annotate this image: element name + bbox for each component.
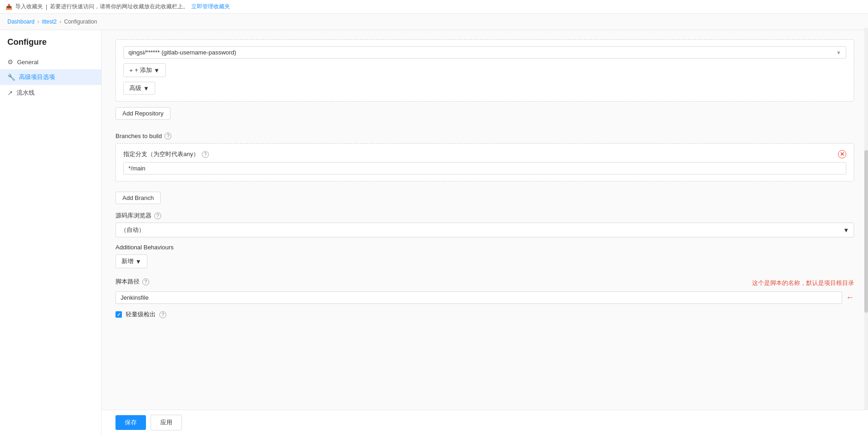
script-annotation: 这个是脚本的名称，默认是项目根目录 [752, 279, 854, 287]
manage-bookmarks-link[interactable]: 立即管理收藏夹 [191, 3, 230, 11]
sidebar-item-general-label: General [17, 59, 38, 66]
sidebar-title: Configure [0, 37, 101, 54]
script-path-label: 脚本路径 ? [115, 278, 149, 286]
additional-behaviours-label: Additional Behaviours [115, 244, 854, 251]
apply-button[interactable]: 应用 [151, 415, 182, 430]
credential-value: qingsi/****** (gitlab-username-password) [128, 49, 236, 56]
branch-specifier-question-icon[interactable]: ? [202, 151, 209, 158]
script-section: 脚本路径 ? 这个是脚本的名称，默认是项目根目录 ← [115, 278, 854, 304]
source-browser-text: 源码库浏览器 [115, 211, 152, 220]
advanced-label: 高级 [129, 84, 141, 92]
breadcrumb: Dashboard › ittest2 › Configuration [0, 14, 868, 30]
branch-label-row: 指定分支（为空时代表any） ? ✕ [123, 150, 846, 158]
source-browser-value: （自动） [121, 226, 145, 234]
lightweight-checkout-checkbox[interactable] [115, 311, 122, 318]
branch-specifier-text: 指定分支（为空时代表any） [123, 150, 199, 158]
scrollbar-track[interactable] [864, 28, 868, 435]
save-button[interactable]: 保存 [115, 415, 146, 430]
add-credential-label: + 添加 [135, 66, 152, 74]
branches-to-build-text: Branches to build [115, 133, 162, 139]
credential-select[interactable]: qingsi/****** (gitlab-username-password)… [123, 46, 846, 59]
breadcrumb-dashboard[interactable]: Dashboard [7, 18, 35, 25]
sidebar-item-general[interactable]: ⚙ General [0, 54, 101, 69]
annotation-text: 这个是脚本的名称，默认是项目根目录 [752, 279, 854, 287]
source-browser-select[interactable]: （自动） ▼ [115, 223, 854, 237]
chevron-down-icon: ▼ [836, 50, 841, 55]
xinjian-chevron-icon: ▼ [135, 258, 141, 265]
add-branch-button[interactable]: Add Branch [115, 192, 161, 204]
xinjian-label: 新增 [121, 257, 134, 266]
lightweight-checkout-label: 轻量级检出 [126, 310, 156, 319]
credential-row: qingsi/****** (gitlab-username-password)… [123, 46, 846, 59]
add-branch-label: Add Branch [122, 194, 154, 201]
breadcrumb-configuration: Configuration [64, 18, 97, 25]
advanced-row: 高级 ▼ [123, 82, 846, 95]
branches-block: 指定分支（为空时代表any） ? ✕ [115, 143, 854, 181]
arrow-annotation-icon: ← [846, 293, 854, 302]
lightweight-checkout-row: 轻量级检出 ? [115, 310, 854, 319]
script-path-input[interactable] [115, 291, 842, 304]
add-credential-row: + + 添加 ▼ [123, 63, 846, 77]
script-input-row: ← [115, 291, 854, 304]
xinjian-button[interactable]: 新增 ▼ [115, 254, 147, 268]
import-icon: 📥 [6, 4, 12, 10]
breadcrumb-ittest2[interactable]: ittest2 [42, 18, 57, 25]
top-bar-message: 若要进行快速访问，请将你的网址收藏放在此收藏栏上。 [50, 3, 188, 11]
main-content: qingsi/****** (gitlab-username-password)… [102, 30, 868, 435]
breadcrumb-sep2: › [60, 18, 61, 25]
script-path-text: 脚本路径 [115, 278, 140, 286]
remove-branch-button[interactable]: ✕ [838, 150, 846, 158]
wrench-icon: 🔧 [7, 73, 15, 81]
apply-label: 应用 [160, 419, 172, 426]
save-label: 保存 [125, 419, 137, 426]
branch-specifier-input[interactable] [123, 162, 846, 175]
add-dropdown-icon: ▼ [154, 67, 160, 74]
top-bar: 📥 导入收藏夹 | 若要进行快速访问，请将你的网址收藏放在此收藏栏上。 立即管理… [0, 0, 868, 14]
source-browser-label: 源码库浏览器 ? [115, 211, 854, 220]
pipeline-icon: ↗ [7, 89, 13, 97]
source-browser-question-icon[interactable]: ? [154, 212, 161, 219]
plus-icon: + [129, 67, 133, 74]
credential-section: qingsi/****** (gitlab-username-password)… [115, 39, 854, 102]
sidebar-item-pipeline-label: 流水线 [17, 89, 35, 97]
add-repository-button[interactable]: Add Repository [115, 107, 170, 120]
branches-to-build-label: Branches to build ? [115, 133, 854, 139]
sidebar-item-pipeline[interactable]: ↗ 流水线 [0, 85, 101, 101]
lightweight-question-icon[interactable]: ? [159, 311, 166, 318]
add-credential-button[interactable]: + + 添加 ▼ [123, 63, 166, 77]
breadcrumb-sep1: › [37, 18, 39, 25]
advanced-button[interactable]: 高级 ▼ [123, 82, 155, 95]
top-bar-divider: | [46, 4, 47, 10]
sidebar: Configure ⚙ General 🔧 高级项目选项 ↗ 流水线 [0, 30, 102, 435]
scrollbar-thumb[interactable] [864, 150, 868, 313]
sidebar-item-advanced-label: 高级项目选项 [19, 73, 55, 81]
advanced-chevron-icon: ▼ [143, 85, 149, 92]
sidebar-item-advanced[interactable]: 🔧 高级项目选项 [0, 69, 101, 85]
branches-question-icon[interactable]: ? [164, 133, 171, 139]
additional-behaviours-text: Additional Behaviours [115, 244, 174, 251]
top-bar-icon-label: 导入收藏夹 [15, 3, 43, 11]
bottom-bar: 保存 应用 [102, 410, 868, 435]
branch-specifier-label: 指定分支（为空时代表any） ? [123, 150, 209, 158]
gear-icon: ⚙ [7, 58, 13, 66]
source-browser-chevron-icon: ▼ [843, 227, 849, 234]
add-repository-label: Add Repository [122, 110, 164, 117]
script-path-question-icon[interactable]: ? [142, 278, 149, 285]
